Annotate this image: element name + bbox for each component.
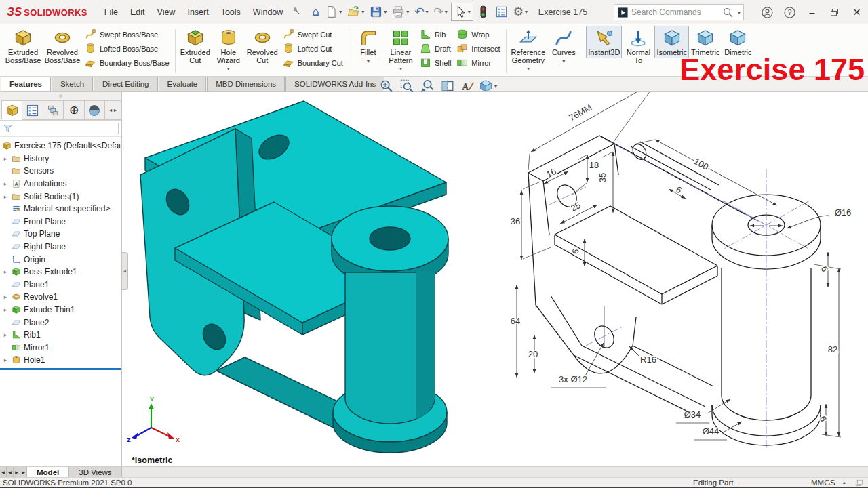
dropdown-caret-icon[interactable]: ▾ xyxy=(339,9,342,15)
rollback-bar[interactable] xyxy=(0,368,121,370)
tree-item-history[interactable]: ▸History xyxy=(0,152,121,165)
tree-filter-input[interactable] xyxy=(16,123,119,134)
expand-arrow-icon[interactable]: ▸ xyxy=(2,331,9,338)
lofted-cut-button[interactable]: Lofted Cut xyxy=(280,41,346,56)
options-list-button[interactable] xyxy=(493,3,510,20)
tree-item-extrude-thin1[interactable]: ▸Extrude-Thin1 xyxy=(0,304,121,317)
tree-item-boss-extrude1[interactable]: ▸Boss-Extrude1 xyxy=(0,266,121,279)
tab-direct-editing[interactable]: Direct Editing xyxy=(94,77,157,92)
tree-item-rib1[interactable]: ▸Rib1 xyxy=(0,329,121,342)
tree-item-solid-bodies-1[interactable]: ▸Solid Bodies(1) xyxy=(0,190,121,203)
first-sheet-button[interactable]: ◀ xyxy=(0,467,7,477)
close-button[interactable]: ✕ xyxy=(846,0,868,24)
tab-solidworks-add-ins[interactable]: SOLIDWORKS Add-Ins xyxy=(285,77,384,92)
normal-to-button[interactable]: Normal To xyxy=(622,26,654,66)
annotation-visibility-button[interactable] xyxy=(458,77,477,95)
help-icon[interactable] xyxy=(778,0,801,24)
expand-arrow-icon[interactable]: ▸ xyxy=(2,306,9,313)
instant3d-button[interactable]: Instant3D xyxy=(586,26,622,58)
tree-item-exercise-175-default-default[interactable]: Exercise 175 (Default<<Default xyxy=(0,140,121,152)
linear-pattern-button[interactable]: Linear Pattern▾ xyxy=(384,26,417,75)
previous-view-button[interactable] xyxy=(418,77,436,95)
tree-item-hole1[interactable]: ▸Hole1 xyxy=(0,354,121,367)
expand-arrow-icon[interactable]: ▸ xyxy=(2,357,9,363)
expand-arrow-icon[interactable]: ▸ xyxy=(2,268,9,275)
tree-item-material-not-specified[interactable]: Material <not specified> xyxy=(0,203,121,216)
lofted-boss-button[interactable]: Lofted Boss/Base xyxy=(82,41,172,56)
mirror-button[interactable]: Mirror xyxy=(454,56,502,70)
section-view-button[interactable] xyxy=(438,77,456,95)
tree-item-origin[interactable]: Origin xyxy=(0,253,121,266)
last-sheet-button[interactable]: ▶ xyxy=(20,467,27,477)
zoom-to-area-button[interactable] xyxy=(397,77,416,95)
teal-3d-model[interactable] xyxy=(140,101,448,453)
dropdown-caret-icon[interactable]: ▾ xyxy=(527,65,530,73)
dropdown-caret-icon[interactable]: ▾ xyxy=(406,9,409,15)
tree-item-annotations[interactable]: ▸Annotations xyxy=(0,178,121,190)
expand-arrow-icon[interactable]: ▸ xyxy=(2,293,9,300)
search-commands-input[interactable] xyxy=(631,7,719,17)
open-button[interactable]: ▾ xyxy=(345,3,366,20)
panel-tab-scroll[interactable]: ◂▸ xyxy=(104,100,121,120)
shell-button[interactable]: Shell xyxy=(417,56,454,70)
save-button[interactable]: ▾ xyxy=(368,3,389,20)
extruded-boss-button[interactable]: Extruded Boss/Base xyxy=(3,26,43,66)
expand-arrow-icon[interactable]: ▸ xyxy=(2,193,9,200)
rebuild-button[interactable] xyxy=(475,3,492,20)
revolved-cut-button[interactable]: Revolved Cut xyxy=(245,26,280,66)
units-dropdown-icon[interactable]: ▴ xyxy=(843,480,846,485)
boundary-cut-button[interactable]: Boundary Cut xyxy=(280,56,346,70)
tab-sketch[interactable]: Sketch xyxy=(52,77,93,92)
redo-button[interactable]: ↷▾ xyxy=(431,4,449,20)
wrap-button[interactable]: Wrap xyxy=(454,27,502,41)
panel-tab-displaymanager[interactable] xyxy=(84,100,105,120)
search-dropdown-icon[interactable]: ▾ xyxy=(738,9,741,16)
panel-scroll-right-icon[interactable]: ▸ xyxy=(114,107,117,113)
extruded-cut-button[interactable]: Extruded Cut xyxy=(178,26,212,66)
dropdown-caret-icon[interactable]: ▾ xyxy=(399,65,402,73)
menubar-item-edit[interactable]: Edit xyxy=(124,4,151,20)
undo-button[interactable]: ↶▾ xyxy=(412,4,430,20)
panel-tab-propertymanager[interactable] xyxy=(22,100,43,120)
tree-item-front-plane[interactable]: Front Plane xyxy=(0,216,121,228)
search-icon[interactable] xyxy=(722,7,734,18)
panel-tab-configurationmanager[interactable] xyxy=(43,100,64,120)
tree-item-right-plane[interactable]: Right Plane xyxy=(0,241,121,253)
tab-evaluate[interactable]: Evaluate xyxy=(159,77,207,92)
menubar-item-tools[interactable]: Tools xyxy=(215,4,247,20)
dropdown-caret-icon[interactable]: ▾ xyxy=(425,9,428,15)
reference-geometry-button[interactable]: Reference Geometry▾ xyxy=(509,26,548,75)
tab-model[interactable]: Model xyxy=(27,467,69,477)
graphics-viewport[interactable]: 76MM616183525361006Ø166664203x Ø12R1682Ø… xyxy=(123,92,868,466)
print-button[interactable]: ▾ xyxy=(390,3,411,20)
restore-button[interactable] xyxy=(823,0,846,24)
swept-boss-button[interactable]: Swept Boss/Base xyxy=(82,27,172,41)
dropdown-caret-icon[interactable]: ▾ xyxy=(384,9,387,15)
menubar-item-insert[interactable]: Insert xyxy=(181,4,214,20)
dropdown-caret-icon[interactable]: ▾ xyxy=(445,9,448,15)
zoom-to-fit-button[interactable] xyxy=(377,77,395,95)
previous-sheet-button[interactable]: ◀ xyxy=(7,467,14,477)
next-sheet-button[interactable]: ▶ xyxy=(14,467,20,477)
dropdown-caret-icon[interactable]: ▾ xyxy=(562,58,565,66)
dropdown-caret-icon[interactable]: ▾ xyxy=(227,65,230,73)
home-button[interactable]: ⌂ xyxy=(310,4,321,20)
tree-item-mirror1[interactable]: Mirror1 xyxy=(0,342,121,354)
dropdown-caret-icon[interactable]: ▾ xyxy=(367,58,370,66)
view-orientation-button[interactable]: ▾ xyxy=(479,77,497,95)
panel-tab-dimxpertmanager[interactable]: ⊕ xyxy=(63,100,84,120)
menubar-item-window[interactable]: Window xyxy=(247,4,289,20)
new-document-button[interactable]: ▾ xyxy=(323,3,344,20)
expand-arrow-icon[interactable]: ▸ xyxy=(2,155,9,162)
draft-button[interactable]: Draft xyxy=(417,41,454,56)
tree-item-plane1[interactable]: Plane1 xyxy=(0,279,121,291)
panel-scroll-left-icon[interactable]: ◂ xyxy=(109,107,112,113)
menubar-item-file[interactable]: File xyxy=(98,4,124,20)
dropdown-caret-icon[interactable]: ▾ xyxy=(494,83,497,89)
tab-features[interactable]: Features xyxy=(1,77,51,92)
intersect-button[interactable]: Intersect xyxy=(454,41,502,56)
revolved-boss-button[interactable]: Revolved Boss/Base xyxy=(43,26,82,66)
expand-arrow-icon[interactable]: ▸ xyxy=(2,180,9,187)
tree-item-plane2[interactable]: Plane2 xyxy=(0,316,121,329)
menubar-item-view[interactable]: View xyxy=(151,4,182,20)
